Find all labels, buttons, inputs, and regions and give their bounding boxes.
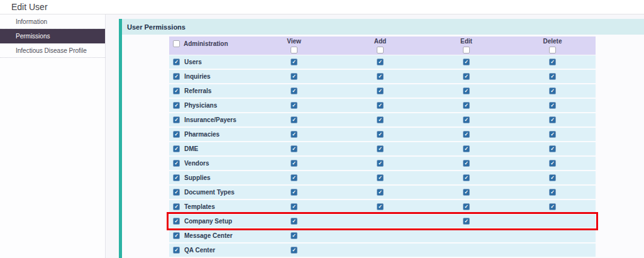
row-checkbox[interactable] [173, 145, 180, 152]
permission-checkbox[interactable] [549, 131, 556, 138]
permission-checkbox[interactable] [463, 131, 470, 138]
permission-checkbox[interactable] [377, 87, 384, 94]
permission-checkbox[interactable] [377, 59, 384, 65]
permission-checkbox[interactable] [549, 59, 556, 65]
sidebar-item-permissions[interactable]: Permissions [0, 29, 105, 43]
permission-checkbox[interactable] [377, 174, 384, 181]
delete-permission-cell [509, 99, 596, 112]
permission-checkbox[interactable] [463, 87, 470, 94]
permission-checkbox[interactable] [291, 174, 297, 181]
checkbox[interactable] [377, 47, 384, 53]
permission-checkbox[interactable] [291, 87, 297, 94]
row-label: Vendors [184, 160, 209, 167]
permission-checkbox[interactable] [377, 145, 384, 152]
add-permission-cell [337, 128, 423, 141]
permission-checkbox[interactable] [549, 87, 556, 94]
checkbox[interactable] [173, 40, 180, 47]
row-checkbox[interactable] [173, 218, 180, 225]
permission-checkbox[interactable] [463, 203, 470, 210]
permission-checkbox[interactable] [291, 102, 297, 109]
permission-checkbox[interactable] [291, 247, 297, 254]
permission-checkbox[interactable] [377, 131, 384, 138]
row-checkbox[interactable] [173, 160, 180, 167]
permission-checkbox[interactable] [377, 203, 384, 210]
permission-checkbox[interactable] [463, 59, 470, 65]
add-permission-cell [337, 157, 423, 170]
page-title: Edit User [11, 2, 48, 12]
permission-checkbox[interactable] [549, 145, 556, 152]
checkbox[interactable] [463, 47, 470, 53]
delete-permission-cell [509, 84, 596, 98]
table-row: Vendors [169, 157, 596, 170]
permission-checkbox[interactable] [463, 102, 470, 109]
permission-checkbox[interactable] [549, 203, 556, 210]
permission-checkbox[interactable] [291, 232, 297, 239]
table-row: Supplies [169, 171, 596, 184]
table-row: Document Types [169, 186, 596, 199]
permission-checkbox[interactable] [549, 189, 556, 196]
checkbox[interactable] [291, 47, 297, 53]
row-label: Message Center [184, 232, 233, 239]
row-label-cell: Vendors [169, 160, 251, 167]
permission-checkbox[interactable] [291, 116, 297, 123]
permission-checkbox[interactable] [291, 218, 297, 225]
row-checkbox[interactable] [173, 102, 180, 109]
permission-checkbox[interactable] [291, 189, 297, 196]
permission-checkbox[interactable] [463, 73, 470, 80]
permission-checkbox[interactable] [291, 131, 297, 138]
permission-checkbox[interactable] [463, 189, 470, 196]
permission-checkbox[interactable] [377, 73, 384, 80]
permission-checkbox[interactable] [549, 160, 556, 167]
delete-permission-cell [509, 55, 596, 69]
sidebar-item-infectious-disease-profile[interactable]: Infectious Disease Profile [0, 43, 105, 58]
permission-checkbox[interactable] [463, 218, 470, 225]
permission-checkbox[interactable] [463, 160, 470, 167]
row-checkbox[interactable] [173, 203, 180, 210]
row-label: Referrals [184, 87, 211, 94]
group-label: Administration [184, 40, 228, 47]
permission-checkbox[interactable] [549, 102, 556, 109]
row-checkbox[interactable] [173, 174, 180, 181]
column-label: View [287, 38, 301, 45]
row-checkbox[interactable] [173, 247, 180, 254]
panel-title: User Permissions [127, 23, 186, 31]
row-label: Supplies [184, 174, 211, 181]
view-permission-cell [251, 70, 337, 83]
permission-checkbox[interactable] [291, 145, 297, 152]
permissions-table: Administration View Add Edit Delete [169, 36, 596, 257]
row-checkbox[interactable] [173, 232, 180, 239]
permission-checkbox[interactable] [549, 174, 556, 181]
row-checkbox[interactable] [173, 189, 180, 196]
permission-checkbox[interactable] [377, 189, 384, 196]
permission-checkbox[interactable] [463, 145, 470, 152]
permission-checkbox[interactable] [549, 73, 556, 80]
row-checkbox[interactable] [173, 116, 180, 123]
delete-permission-cell [509, 171, 596, 184]
permission-checkbox[interactable] [463, 174, 470, 181]
administration-group-cell: Administration [169, 40, 251, 51]
permission-checkbox[interactable] [291, 59, 297, 65]
add-permission-cell [337, 99, 423, 112]
row-label-cell: Supplies [169, 174, 251, 181]
checkbox[interactable] [549, 47, 556, 53]
permission-checkbox[interactable] [377, 116, 384, 123]
page-header: Edit User [0, 0, 644, 14]
view-permission-cell [251, 142, 337, 155]
permission-checkbox[interactable] [377, 102, 384, 109]
sidebar-item-information[interactable]: Information [0, 14, 105, 29]
permission-checkbox[interactable] [463, 116, 470, 123]
permission-checkbox[interactable] [291, 160, 297, 167]
view-permission-cell [251, 200, 337, 213]
column-label: Edit [460, 38, 472, 45]
permission-checkbox[interactable] [291, 73, 297, 80]
row-checkbox[interactable] [173, 59, 180, 65]
permission-checkbox[interactable] [549, 116, 556, 123]
permission-checkbox[interactable] [291, 203, 297, 210]
row-checkbox[interactable] [173, 73, 180, 80]
row-checkbox[interactable] [173, 131, 180, 138]
view-permission-cell [251, 157, 337, 170]
permission-checkbox[interactable] [377, 160, 384, 167]
edit-permission-cell [423, 113, 509, 126]
row-checkbox[interactable] [173, 87, 180, 94]
row-label: Pharmacies [184, 131, 219, 138]
